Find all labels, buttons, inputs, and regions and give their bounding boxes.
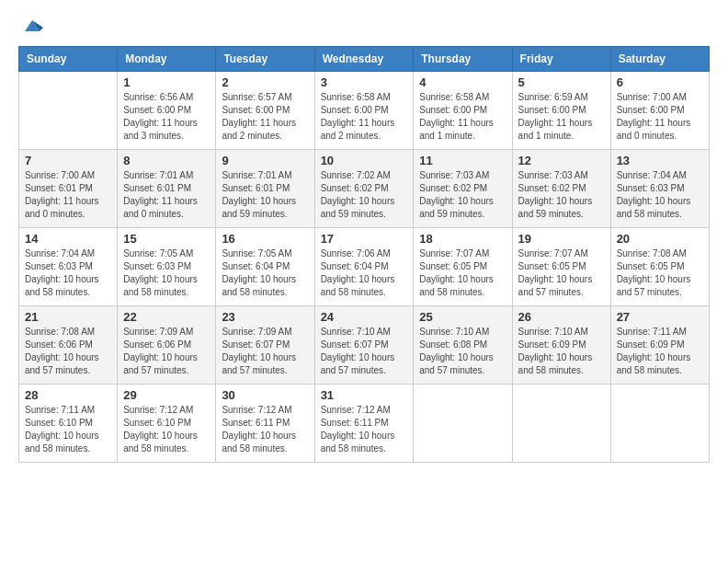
calendar-cell [512, 385, 610, 463]
calendar-cell: 19Sunrise: 7:07 AMSunset: 6:05 PMDayligh… [512, 228, 610, 306]
day-info: Sunrise: 7:11 AMSunset: 6:09 PMDaylight:… [617, 326, 703, 377]
day-info: Sunrise: 7:01 AMSunset: 6:01 PMDaylight:… [222, 169, 308, 221]
calendar-cell: 22Sunrise: 7:09 AMSunset: 6:06 PMDayligh… [118, 306, 216, 385]
calendar-week-row: 1Sunrise: 6:56 AMSunset: 6:00 PMDaylight… [19, 72, 710, 150]
weekday-header-thursday: Thursday [414, 47, 512, 72]
day-number: 13 [617, 154, 703, 167]
day-info: Sunrise: 6:59 AMSunset: 6:00 PMDaylight:… [518, 91, 605, 143]
weekday-header-friday: Friday [512, 47, 610, 72]
day-info: Sunrise: 7:02 AMSunset: 6:02 PMDaylight:… [321, 169, 408, 221]
logo-text [18, 18, 43, 37]
calendar-cell: 24Sunrise: 7:10 AMSunset: 6:07 PMDayligh… [314, 306, 414, 385]
day-number: 30 [222, 388, 308, 402]
day-number: 26 [518, 310, 605, 324]
day-info: Sunrise: 7:00 AMSunset: 6:00 PMDaylight:… [617, 91, 703, 143]
weekday-header-wednesday: Wednesday [314, 47, 414, 72]
calendar-cell: 6Sunrise: 7:00 AMSunset: 6:00 PMDaylight… [610, 72, 709, 150]
day-number: 7 [25, 154, 111, 167]
calendar-cell: 1Sunrise: 6:56 AMSunset: 6:00 PMDaylight… [118, 72, 216, 150]
calendar-cell: 26Sunrise: 7:10 AMSunset: 6:09 PMDayligh… [512, 306, 610, 385]
day-number: 29 [123, 388, 210, 402]
day-info: Sunrise: 7:03 AMSunset: 6:02 PMDaylight:… [419, 169, 506, 221]
day-number: 20 [617, 232, 703, 246]
calendar-week-row: 28Sunrise: 7:11 AMSunset: 6:10 PMDayligh… [19, 385, 710, 463]
day-number: 5 [518, 75, 605, 89]
logo [18, 18, 43, 37]
calendar-cell: 27Sunrise: 7:11 AMSunset: 6:09 PMDayligh… [610, 306, 709, 385]
day-number: 6 [617, 75, 703, 89]
calendar-cell: 20Sunrise: 7:08 AMSunset: 6:05 PMDayligh… [610, 228, 709, 306]
day-info: Sunrise: 7:00 AMSunset: 6:01 PMDaylight:… [25, 169, 111, 221]
day-info: Sunrise: 7:09 AMSunset: 6:06 PMDaylight:… [123, 326, 210, 377]
calendar-cell: 25Sunrise: 7:10 AMSunset: 6:08 PMDayligh… [414, 306, 512, 385]
day-info: Sunrise: 7:08 AMSunset: 6:05 PMDaylight:… [617, 247, 703, 299]
day-info: Sunrise: 7:05 AMSunset: 6:04 PMDaylight:… [222, 247, 308, 299]
day-info: Sunrise: 7:12 AMSunset: 6:11 PMDaylight:… [222, 404, 308, 455]
logo-icon [21, 15, 43, 37]
calendar-week-row: 7Sunrise: 7:00 AMSunset: 6:01 PMDaylight… [19, 150, 710, 228]
day-number: 23 [222, 310, 308, 324]
calendar-cell: 3Sunrise: 6:58 AMSunset: 6:00 PMDaylight… [314, 72, 414, 150]
day-number: 8 [123, 154, 210, 167]
calendar-cell: 30Sunrise: 7:12 AMSunset: 6:11 PMDayligh… [216, 385, 314, 463]
day-number: 21 [25, 310, 111, 324]
day-number: 9 [222, 154, 308, 167]
calendar-cell: 13Sunrise: 7:04 AMSunset: 6:03 PMDayligh… [610, 150, 709, 228]
day-number: 22 [123, 310, 210, 324]
day-number: 15 [123, 232, 210, 246]
day-number: 17 [321, 232, 408, 246]
calendar-cell: 7Sunrise: 7:00 AMSunset: 6:01 PMDaylight… [19, 150, 118, 228]
day-number: 12 [518, 154, 605, 167]
calendar-cell: 31Sunrise: 7:12 AMSunset: 6:11 PMDayligh… [314, 385, 414, 463]
day-number: 16 [222, 232, 308, 246]
weekday-header-saturday: Saturday [610, 47, 709, 72]
day-info: Sunrise: 7:05 AMSunset: 6:03 PMDaylight:… [123, 247, 210, 299]
day-info: Sunrise: 7:07 AMSunset: 6:05 PMDaylight:… [518, 247, 605, 299]
day-number: 1 [123, 75, 210, 89]
calendar-cell: 10Sunrise: 7:02 AMSunset: 6:02 PMDayligh… [314, 150, 414, 228]
day-number: 14 [25, 232, 111, 246]
calendar-cell [610, 385, 709, 463]
day-info: Sunrise: 7:01 AMSunset: 6:01 PMDaylight:… [123, 169, 210, 221]
calendar-cell: 29Sunrise: 7:12 AMSunset: 6:10 PMDayligh… [118, 385, 216, 463]
calendar-cell: 28Sunrise: 7:11 AMSunset: 6:10 PMDayligh… [19, 385, 118, 463]
calendar-cell: 18Sunrise: 7:07 AMSunset: 6:05 PMDayligh… [414, 228, 512, 306]
day-number: 25 [419, 310, 506, 324]
day-info: Sunrise: 6:56 AMSunset: 6:00 PMDaylight:… [123, 91, 210, 143]
day-info: Sunrise: 7:10 AMSunset: 6:07 PMDaylight:… [321, 326, 408, 377]
weekday-header-sunday: Sunday [19, 47, 118, 72]
day-number: 10 [321, 154, 408, 167]
day-number: 27 [617, 310, 703, 324]
calendar-cell: 5Sunrise: 6:59 AMSunset: 6:00 PMDaylight… [512, 72, 610, 150]
day-info: Sunrise: 7:10 AMSunset: 6:08 PMDaylight:… [419, 326, 506, 377]
calendar-cell: 17Sunrise: 7:06 AMSunset: 6:04 PMDayligh… [314, 228, 414, 306]
day-number: 31 [321, 388, 408, 402]
calendar-cell: 4Sunrise: 6:58 AMSunset: 6:00 PMDaylight… [414, 72, 512, 150]
day-number: 3 [321, 75, 408, 89]
calendar-cell: 2Sunrise: 6:57 AMSunset: 6:00 PMDaylight… [216, 72, 314, 150]
calendar-header-row: SundayMondayTuesdayWednesdayThursdayFrid… [19, 47, 710, 72]
day-info: Sunrise: 7:09 AMSunset: 6:07 PMDaylight:… [222, 326, 308, 377]
calendar-cell: 12Sunrise: 7:03 AMSunset: 6:02 PMDayligh… [512, 150, 610, 228]
calendar-cell: 8Sunrise: 7:01 AMSunset: 6:01 PMDaylight… [118, 150, 216, 228]
calendar-cell: 15Sunrise: 7:05 AMSunset: 6:03 PMDayligh… [118, 228, 216, 306]
day-number: 2 [222, 75, 308, 89]
day-info: Sunrise: 6:58 AMSunset: 6:00 PMDaylight:… [419, 91, 506, 143]
day-number: 19 [518, 232, 605, 246]
day-info: Sunrise: 7:04 AMSunset: 6:03 PMDaylight:… [25, 247, 111, 299]
day-number: 18 [419, 232, 506, 246]
calendar-table: SundayMondayTuesdayWednesdayThursdayFrid… [18, 46, 710, 463]
day-info: Sunrise: 7:11 AMSunset: 6:10 PMDaylight:… [25, 404, 111, 455]
day-number: 11 [419, 154, 506, 167]
weekday-header-tuesday: Tuesday [216, 47, 314, 72]
day-info: Sunrise: 7:07 AMSunset: 6:05 PMDaylight:… [419, 247, 506, 299]
day-number: 28 [25, 388, 111, 402]
day-info: Sunrise: 6:57 AMSunset: 6:00 PMDaylight:… [222, 91, 308, 143]
calendar-cell: 9Sunrise: 7:01 AMSunset: 6:01 PMDaylight… [216, 150, 314, 228]
day-number: 24 [321, 310, 408, 324]
calendar-cell: 11Sunrise: 7:03 AMSunset: 6:02 PMDayligh… [414, 150, 512, 228]
calendar-cell [19, 72, 118, 150]
day-info: Sunrise: 6:58 AMSunset: 6:00 PMDaylight:… [321, 91, 408, 143]
day-info: Sunrise: 7:08 AMSunset: 6:06 PMDaylight:… [25, 326, 111, 377]
page-header [18, 18, 710, 37]
